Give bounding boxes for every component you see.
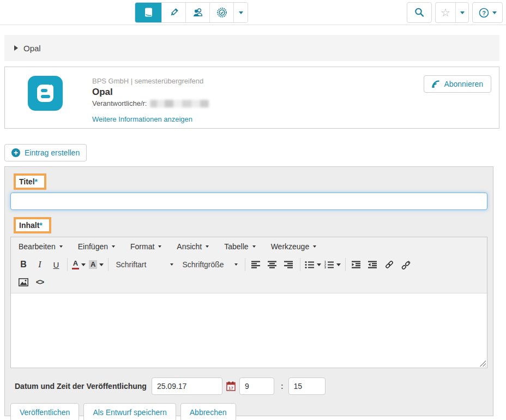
responsible-label: Verantwortliche/r: [92, 99, 147, 107]
title-label-highlighted: Titel* [14, 173, 46, 190]
align-right-icon [284, 261, 294, 268]
caret-down-icon [99, 263, 104, 266]
responsible-name-redacted [150, 100, 209, 107]
align-center-icon [268, 261, 278, 268]
italic-button[interactable]: I [32, 257, 48, 272]
caret-down-icon [317, 263, 321, 266]
required-mark: * [35, 177, 38, 186]
editor-content-area[interactable] [11, 293, 487, 359]
hour-input[interactable] [239, 377, 274, 395]
subscribe-button[interactable]: Abonnieren [424, 75, 491, 93]
course-meta: BPS GmbH | semesterübergreifend [92, 77, 209, 85]
outdent-icon [368, 261, 378, 268]
minute-input[interactable] [288, 377, 326, 395]
rich-text-editor: Bearbeiten Einfügen Format Ansicht Tabel… [10, 237, 487, 368]
indent-icon [352, 261, 362, 268]
unlink-button[interactable] [397, 257, 414, 272]
calendar-button[interactable]: 17 [226, 381, 236, 391]
title-label: Titel [19, 177, 35, 186]
caret-down-icon [252, 245, 256, 248]
breadcrumb[interactable]: Opal [4, 35, 499, 61]
course-card: BPS GmbH | semesterübergreifend Opal Ver… [4, 67, 499, 129]
course-card-text: BPS GmbH | semesterübergreifend Opal Ver… [92, 77, 209, 123]
menu-format[interactable]: Format [130, 242, 161, 251]
svg-text:?: ? [482, 9, 486, 16]
assessment-button[interactable] [210, 3, 234, 22]
blog-logo-icon [28, 76, 63, 111]
datetime-label: Datum und Zeit der Veröffentlichung [15, 382, 147, 391]
outdent-button[interactable] [365, 257, 381, 272]
caret-down-icon [59, 245, 63, 248]
menu-tools[interactable]: Werkzeuge [271, 242, 317, 251]
menu-view[interactable]: Ansicht [177, 242, 209, 251]
time-separator: : [281, 382, 284, 391]
caret-down-icon [81, 263, 86, 266]
search-button[interactable] [407, 2, 432, 23]
calendar-icon: 17 [226, 381, 236, 391]
publish-button[interactable]: Veröffentlichen [10, 403, 79, 420]
collapse-arrow-icon [14, 45, 18, 51]
toolbar-separator [67, 258, 68, 271]
image-icon [19, 278, 28, 286]
title-input[interactable] [10, 193, 487, 210]
members-button[interactable] [186, 3, 210, 22]
align-right-button[interactable] [281, 257, 297, 272]
help-button[interactable]: ? [472, 2, 503, 23]
course-content-button[interactable] [135, 3, 162, 22]
source-code-button[interactable]: <> [32, 274, 48, 290]
help-icon: ? [479, 8, 489, 18]
text-color-button[interactable]: A [70, 257, 87, 272]
underline-button[interactable]: U [48, 257, 64, 272]
editor-toolbar-row2: <> [11, 274, 487, 293]
insert-image-button[interactable] [15, 274, 32, 290]
caret-down-icon [206, 245, 209, 248]
entry-form: Titel* Inhalt* Bearbeiten Einfügen Forma… [4, 166, 493, 416]
caret-down-icon [313, 245, 316, 248]
bookmark-button[interactable]: ☆ [436, 3, 456, 22]
editor-statusbar [11, 359, 487, 368]
date-input[interactable] [152, 377, 222, 395]
save-draft-button[interactable]: Als Entwurf speichern [83, 403, 176, 420]
course-tool-group [135, 2, 248, 23]
toolbar-separator [345, 258, 346, 271]
link-icon [384, 260, 394, 269]
indent-button[interactable] [348, 257, 365, 272]
users-icon [192, 8, 203, 17]
course-title: Opal [92, 87, 209, 98]
create-entry-button[interactable]: + Eintrag erstellen [4, 144, 87, 161]
menu-edit[interactable]: Bearbeiten [19, 242, 63, 251]
caret-down-icon [492, 11, 497, 14]
badge-icon [216, 7, 227, 18]
link-button[interactable] [381, 257, 397, 272]
menu-insert[interactable]: Einfügen [78, 242, 115, 251]
caret-down-icon [336, 263, 341, 266]
bookmark-menu-button[interactable] [456, 3, 468, 22]
align-left-button[interactable] [248, 257, 264, 272]
publish-datetime-row: Datum und Zeit der Veröffentlichung 17 : [10, 377, 487, 395]
content-label-highlighted: Inhalt* [14, 217, 51, 233]
text-color-icon: A [72, 260, 79, 269]
numbered-list-button[interactable]: 123 [323, 257, 342, 272]
plus-circle-icon: + [11, 148, 20, 157]
caret-down-icon [158, 245, 161, 248]
font-size-select[interactable]: Schriftgröße [178, 257, 242, 272]
bullet-list-icon [305, 261, 315, 269]
align-center-button[interactable] [264, 257, 281, 272]
more-info-link[interactable]: Weitere Informationen anzeigen [92, 115, 209, 123]
background-color-button[interactable]: A [87, 257, 105, 272]
breadcrumb-label: Opal [23, 44, 41, 53]
bookmark-group: ☆ [435, 2, 469, 23]
editor-toolbar-row1: B I U A A Schriftart Schriftgröße [11, 255, 487, 274]
font-family-select[interactable]: Schriftart [111, 257, 178, 272]
more-tools-button[interactable] [234, 3, 248, 22]
resize-grip[interactable] [479, 360, 486, 367]
form-actions: Veröffentlichen Als Entwurf speichern Ab… [10, 403, 487, 420]
cancel-button[interactable]: Abbrechen [180, 403, 236, 420]
bullet-list-button[interactable] [303, 257, 323, 272]
menu-table[interactable]: Tabelle [224, 242, 255, 251]
create-entry-label: Eintrag erstellen [25, 148, 80, 157]
toolbar-separator [245, 258, 245, 271]
edit-button[interactable] [162, 3, 186, 22]
caret-down-icon [234, 263, 238, 266]
bold-button[interactable]: B [15, 257, 32, 272]
